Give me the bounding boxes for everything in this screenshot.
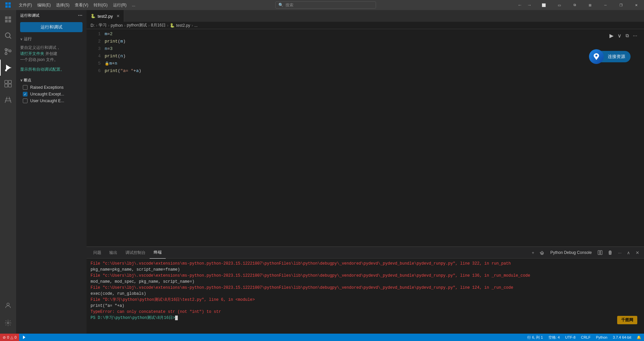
error-icon: ⊘ — [3, 335, 6, 340]
nav-back[interactable]: ← — [516, 1, 524, 9]
close-button[interactable]: ✕ — [629, 0, 644, 10]
breadcrumb-python[interactable]: python — [111, 23, 123, 28]
split-editor-button[interactable]: ⧉ — [624, 32, 630, 39]
menu-select[interactable]: 选择(S) — [53, 0, 72, 10]
terminal-split-button[interactable] — [596, 250, 604, 256]
breakpoint-user-uncaught-checkbox[interactable] — [23, 98, 28, 103]
layout-grid-icon[interactable]: ⊞ — [582, 0, 598, 10]
terminal-tab-problems[interactable]: 问题 — [89, 247, 105, 259]
sidebar: 运行和调试 ··· 运行和调试 ∨ 运行 要自定义运行和调试， 请打开文件夹 并… — [16, 10, 87, 334]
sidebar-open-folder-link[interactable]: 请打开文件夹 — [20, 51, 44, 56]
terminal-add-button[interactable]: + — [530, 250, 536, 256]
sidebar-desc-text1: 要自定义运行和调试， — [20, 45, 60, 50]
code-line-6: print("a= "+a) — [103, 67, 644, 75]
status-spaces[interactable]: 空格: 4 — [546, 334, 562, 341]
code-line-3: n=3 — [103, 45, 644, 53]
breakpoint-uncaught-checkbox[interactable] — [23, 92, 28, 96]
svg-point-16 — [7, 303, 9, 305]
window-controls: ⬜ ▭ ⧉ ⊞ ─ ❐ ✕ — [536, 0, 644, 10]
svg-point-4 — [5, 33, 10, 38]
activity-search[interactable] — [0, 27, 16, 44]
run-section-label: 运行 — [24, 36, 32, 42]
search-placeholder: 搜索 — [285, 2, 293, 8]
status-notifications[interactable]: 🔔 — [634, 334, 644, 341]
sidebar-menu-button[interactable]: ··· — [78, 13, 83, 18]
terminal-tab-output[interactable]: 输出 — [105, 247, 121, 259]
status-language[interactable]: Python — [593, 334, 610, 341]
activity-explorer[interactable] — [0, 11, 16, 27]
menu-file[interactable]: 文件(F) — [16, 0, 35, 10]
breakpoint-raised-checkbox[interactable] — [23, 85, 28, 90]
terminal-settings-button[interactable] — [538, 250, 546, 256]
activity-account[interactable] — [0, 297, 16, 314]
run-debug-button[interactable]: 运行和调试 — [20, 22, 83, 32]
nav-forward[interactable]: → — [525, 1, 533, 9]
search-icon: 🔍 — [278, 3, 283, 7]
breakpoint-raised-label: Raised Exceptions — [30, 85, 63, 90]
status-position[interactable]: 行 6, 列 1 — [525, 334, 545, 341]
editor-more-button[interactable]: ··· — [632, 32, 639, 40]
svg-rect-19 — [600, 251, 602, 255]
menu-edit[interactable]: 编辑(E) — [35, 0, 53, 10]
code-editor[interactable]: 1 2 3 4 5 6 m=2 print(m) n=3 print(n) 🔒m… — [87, 29, 644, 247]
minimize-button[interactable]: ─ — [598, 0, 613, 10]
editor-toolbar: ▶ ∨ ⧉ ··· — [608, 32, 639, 40]
terminal-more-button[interactable]: ··· — [616, 250, 624, 256]
svg-point-7 — [5, 53, 7, 55]
layout-split-icon[interactable]: ⧉ — [567, 0, 582, 10]
code-content[interactable]: m=2 print(m) n=3 print(n) 🔒m+n print("a=… — [103, 29, 644, 247]
breadcrumb-d[interactable]: D: — [91, 23, 95, 28]
breadcrumb-study[interactable]: 学习 — [99, 22, 107, 28]
connect-resource-button[interactable]: 连接资源 — [601, 51, 631, 62]
show-auto-debug-link[interactable]: 显示所有自动调试配置。 — [16, 65, 87, 74]
status-encoding[interactable]: UTF-8 — [562, 334, 578, 341]
menu-view[interactable]: 查看(V) — [72, 0, 91, 10]
editor-tab-test2[interactable]: 🐍 test2.py ✕ — [87, 10, 124, 22]
breadcrumb-sep-4: › — [148, 23, 150, 28]
status-python-version[interactable]: 3.7.4 64-bit — [610, 334, 634, 341]
status-errors[interactable]: ⊘ 0 △ 0 — [0, 334, 19, 341]
terminal-tab-terminal[interactable]: 终端 — [150, 247, 166, 259]
breadcrumb-more[interactable]: ... — [194, 23, 198, 28]
sidebar-description: 要自定义运行和调试， 请打开文件夹 并创建 一个启动.json 文件。 — [16, 43, 87, 65]
terminal-close-button[interactable]: ✕ — [634, 250, 641, 256]
search-box[interactable]: 🔍 搜索 — [275, 1, 376, 9]
terminal-tab-debug-console[interactable]: 调试控制台 — [121, 247, 150, 259]
status-debug-icon[interactable] — [19, 334, 29, 341]
activity-testing[interactable] — [0, 92, 16, 108]
tab-close-button[interactable]: ✕ — [116, 14, 120, 18]
activity-extensions[interactable] — [0, 76, 16, 92]
menu-run[interactable]: 运行(R) — [110, 0, 129, 10]
breadcrumb-aug16[interactable]: 8月16日 — [151, 22, 166, 28]
activity-source-control[interactable] — [0, 44, 16, 60]
breadcrumb-python-test[interactable]: python测试 — [127, 22, 147, 28]
breakpoints-arrow: ∨ — [20, 78, 22, 82]
breakpoints-section: ∨ 断点 Raised Exceptions Uncaught Except..… — [16, 76, 87, 104]
status-line-ending[interactable]: CRLF — [578, 334, 593, 341]
layout-panel-icon[interactable]: ▭ — [551, 0, 567, 10]
activity-settings[interactable] — [0, 315, 16, 331]
breadcrumb-file[interactable]: test2.py — [176, 23, 190, 28]
python-file-icon: 🐍 — [91, 14, 96, 18]
menu-more[interactable]: ... — [129, 0, 138, 10]
sidebar-desc-text2: 并创建 — [45, 51, 57, 56]
breakpoints-header[interactable]: ∨ 断点 — [16, 76, 87, 84]
breadcrumb-sep-5: › — [167, 23, 168, 28]
activity-run-debug[interactable] — [0, 60, 16, 76]
svg-point-17 — [7, 322, 9, 324]
breadcrumb-sep-6: › — [192, 23, 193, 28]
breadcrumb-sep-3: › — [124, 23, 125, 28]
terminal-actions: + Python Debug Console ··· ∧ ✕ — [530, 250, 641, 256]
code-line-2: print(m) — [103, 38, 644, 45]
run-section-header[interactable]: ∨ 运行 — [16, 35, 87, 43]
menu-goto[interactable]: 转到(G) — [91, 0, 110, 10]
terminal-line-4: mod_name, mod_spec, pkg_name, script_nam… — [91, 279, 640, 285]
svg-point-10 — [5, 69, 7, 71]
run-dropdown-button[interactable]: ∨ — [616, 32, 623, 40]
layout-sidebar-icon[interactable]: ⬜ — [536, 0, 551, 10]
run-button[interactable]: ▶ — [608, 32, 615, 40]
svg-marker-20 — [23, 336, 25, 339]
terminal-trash-button[interactable] — [606, 250, 614, 256]
maximize-button[interactable]: ❐ — [613, 0, 629, 10]
terminal-minimize-button[interactable]: ∧ — [625, 250, 632, 256]
